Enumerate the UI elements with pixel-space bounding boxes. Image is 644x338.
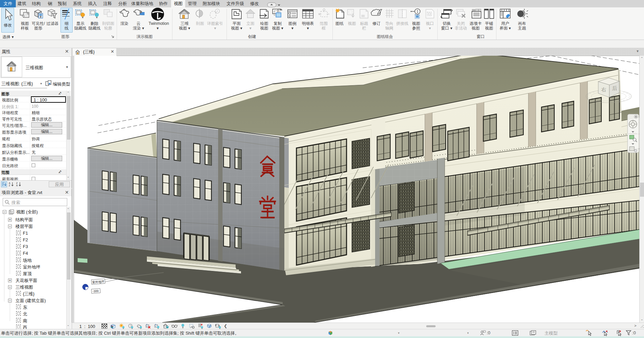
svg-text:后: 后 xyxy=(612,85,617,91)
svg-text:右: 右 xyxy=(601,87,606,92)
svg-text:A: A xyxy=(16,184,18,187)
svg-text:Z: Z xyxy=(16,182,18,184)
svg-text:1: 1 xyxy=(416,10,418,13)
svg-text:-300: -300 xyxy=(92,289,99,293)
svg-text:Z: Z xyxy=(9,184,10,187)
svg-text:A: A xyxy=(9,182,10,184)
